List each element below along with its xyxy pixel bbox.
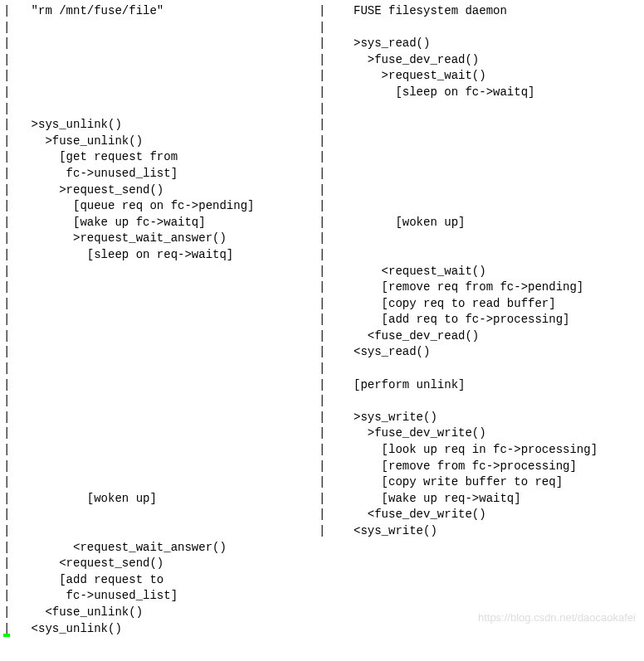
right-line: | [look up req in fc->processing]: [319, 442, 641, 459]
right-line: | [remove req from fc->pending]: [319, 279, 641, 296]
right-line: [319, 605, 641, 621]
right-line: |: [319, 166, 641, 182]
left-line: |: [3, 507, 319, 523]
right-column: | FUSE filesystem daemon|| >sys_read()| …: [319, 3, 641, 637]
right-line: | FUSE filesystem daemon: [319, 3, 641, 20]
left-line: | [woken up]: [3, 491, 319, 508]
right-line: |: [319, 134, 641, 150]
left-line: | "rm /mnt/fuse/file": [3, 3, 319, 20]
right-line: | [woken up]: [319, 215, 641, 231]
right-line: |: [319, 117, 641, 134]
right-line: | >fuse_dev_read(): [319, 52, 641, 69]
left-line: |: [3, 68, 319, 85]
right-line: | [remove from fc->processing]: [319, 459, 641, 475]
right-line: [319, 556, 641, 572]
diagram-container: | "rm /mnt/fuse/file"||||||| >sys_unlink…: [3, 3, 641, 637]
left-line: | [queue req on fc->pending]: [3, 198, 319, 215]
right-line: | <sys_write(): [319, 523, 641, 540]
left-line: |: [3, 85, 319, 101]
left-line: | <sys_unlink(): [3, 621, 319, 638]
right-line: |: [319, 393, 641, 410]
left-line: |: [3, 410, 319, 426]
left-line: | fc->unused_list]: [3, 588, 319, 605]
left-line: | [add request to: [3, 572, 319, 589]
left-line: |: [3, 393, 319, 410]
left-line: |: [3, 279, 319, 296]
left-line: | fc->unused_list]: [3, 166, 319, 182]
right-line: | [wake up req->waitq]: [319, 491, 641, 508]
left-line: |: [3, 377, 319, 394]
left-line: |: [3, 52, 319, 69]
left-line: |: [3, 523, 319, 540]
left-line: |: [3, 36, 319, 52]
left-line: |: [3, 442, 319, 459]
right-line: | [copy write buffer to req]: [319, 474, 641, 491]
left-column: | "rm /mnt/fuse/file"||||||| >sys_unlink…: [3, 3, 319, 637]
right-line: |: [319, 101, 641, 118]
right-line: | <request_wait(): [319, 264, 641, 280]
left-line: |: [3, 264, 319, 280]
right-line: |: [319, 198, 641, 215]
right-line: | <fuse_dev_read(): [319, 328, 641, 345]
left-line: |: [3, 361, 319, 377]
left-line: | <request_send(): [3, 556, 319, 572]
left-line: | >request_wait_answer(): [3, 231, 319, 247]
right-line: | >sys_read(): [319, 36, 641, 52]
right-line: [319, 588, 641, 605]
right-line: | [perform unlink]: [319, 377, 641, 394]
left-line: | >fuse_unlink(): [3, 134, 319, 150]
cursor-indicator: [3, 634, 10, 637]
right-line: | >fuse_dev_write(): [319, 425, 641, 442]
left-line: |: [3, 425, 319, 442]
left-line: |: [3, 20, 319, 36]
right-line: | >request_wait(): [319, 68, 641, 85]
right-line: |: [319, 20, 641, 36]
right-line: | [add req to fc->processing]: [319, 312, 641, 328]
right-line: [319, 572, 641, 589]
left-line: | <fuse_unlink(): [3, 605, 319, 621]
left-line: | [wake up fc->waitq]: [3, 215, 319, 231]
right-line: |: [319, 149, 641, 166]
left-line: | <request_wait_answer(): [3, 540, 319, 557]
right-line: |: [319, 182, 641, 199]
left-line: | [sleep on req->waitq]: [3, 247, 319, 264]
left-line: |: [3, 344, 319, 361]
left-line: |: [3, 312, 319, 328]
right-line: [319, 621, 641, 638]
right-line: |: [319, 247, 641, 264]
left-line: |: [3, 296, 319, 313]
left-line: |: [3, 459, 319, 475]
left-line: |: [3, 328, 319, 345]
right-line: | <fuse_dev_write(): [319, 507, 641, 523]
right-line: [319, 540, 641, 557]
left-line: | >request_send(): [3, 182, 319, 199]
right-line: | <sys_read(): [319, 344, 641, 361]
left-line: |: [3, 474, 319, 491]
right-line: | >sys_write(): [319, 410, 641, 426]
right-line: | [copy req to read buffer]: [319, 296, 641, 313]
right-line: | [sleep on fc->waitq]: [319, 85, 641, 101]
right-line: |: [319, 361, 641, 377]
left-line: | >sys_unlink(): [3, 117, 319, 134]
right-line: |: [319, 231, 641, 247]
left-line: |: [3, 101, 319, 118]
left-line: | [get request from: [3, 149, 319, 166]
